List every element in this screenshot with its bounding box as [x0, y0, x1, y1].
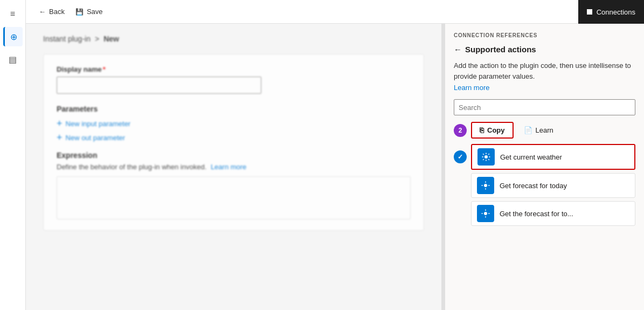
- new-input-param-link[interactable]: + New input parameter: [57, 119, 411, 128]
- action-item-row-1: ✓: [454, 144, 635, 170]
- expression-desc: Define the behavior of the plug-in when …: [57, 163, 411, 171]
- badge-2: 2: [454, 124, 467, 137]
- copy-label: Copy: [487, 126, 505, 134]
- save-button[interactable]: 💾 Save: [71, 5, 107, 18]
- menu-icon[interactable]: ≡: [3, 4, 23, 24]
- main-area: ← Back 💾 Save Connections Instant plug-i…: [26, 0, 644, 310]
- svg-line-7: [488, 154, 489, 155]
- check-icon: ✓: [458, 153, 463, 161]
- svg-line-8: [483, 159, 484, 160]
- plus-icon-1: +: [57, 119, 63, 128]
- right-panel-content: CONNECTION REFERENCES ← Supported action…: [445, 24, 644, 310]
- actions-row: 2 ⎘ Copy 📄 Learn: [454, 122, 635, 139]
- parameters-title: Parameters: [57, 105, 411, 113]
- parameters-section: Parameters + New input parameter + New o…: [57, 105, 411, 142]
- weather-icon-2: [477, 177, 494, 194]
- expression-title: Expression: [57, 151, 411, 160]
- breadcrumb: Instant plug-in > New: [43, 35, 424, 43]
- save-label: Save: [87, 8, 103, 16]
- action-label-1: Get current weather: [500, 153, 562, 161]
- copy-icon: ⎘: [480, 126, 484, 134]
- svg-line-6: [488, 159, 489, 160]
- back-label: Back: [49, 8, 65, 16]
- plugin-icon[interactable]: ⊕: [3, 27, 23, 46]
- plus-icon-2: +: [57, 133, 63, 142]
- svg-point-0: [484, 155, 488, 159]
- code-editor[interactable]: [57, 176, 411, 219]
- back-button[interactable]: ← Back: [34, 5, 69, 18]
- breadcrumb-current: New: [103, 35, 119, 43]
- display-name-field: Display name*: [57, 65, 411, 94]
- back-arrow-icon: ←: [39, 8, 46, 16]
- save-icon: 💾: [75, 8, 84, 16]
- connections-tab-label: Connections: [597, 8, 635, 16]
- learn-icon: 📄: [524, 126, 532, 134]
- connections-tab[interactable]: Connections: [578, 0, 644, 24]
- action-label-2: Get forecast for today: [500, 182, 567, 190]
- badge-1: ✓: [454, 150, 467, 163]
- weather-icon-3: [477, 205, 494, 222]
- sidebar: ≡ ⊕ ▤: [0, 0, 26, 310]
- right-panel: CONNECTION REFERENCES ← Supported action…: [445, 24, 644, 310]
- display-name-label: Display name*: [57, 65, 411, 73]
- action-item-get-forecast-today[interactable]: Get forecast for today: [471, 173, 635, 198]
- copy-button[interactable]: ⎘ Copy: [471, 122, 514, 139]
- back-link[interactable]: ← Supported actions: [454, 45, 635, 54]
- top-bar: ← Back 💾 Save Connections: [26, 0, 644, 24]
- expression-learn-more-link[interactable]: Learn more: [211, 163, 246, 171]
- search-input[interactable]: [454, 99, 635, 115]
- learn-label: Learn: [536, 126, 553, 134]
- required-star: *: [103, 65, 106, 73]
- form-panel: Instant plug-in > New Display name* Para…: [26, 24, 441, 310]
- svg-point-9: [484, 184, 487, 187]
- svg-point-14: [484, 212, 487, 215]
- form-card: Display name* Parameters + New input par…: [43, 54, 424, 231]
- breadcrumb-separator: >: [95, 35, 99, 43]
- action-item-get-current-weather[interactable]: Get current weather: [471, 144, 635, 170]
- action-item-get-forecast-to[interactable]: Get the forecast for to...: [471, 201, 635, 226]
- back-arrow-right-icon: ←: [454, 45, 462, 54]
- panel-description: Add the action to the plugin code, then …: [454, 60, 635, 81]
- new-out-param-link[interactable]: + New out parameter: [57, 133, 411, 142]
- action-item-row-3: Get the forecast for to...: [454, 201, 635, 226]
- svg-line-5: [483, 154, 484, 155]
- breadcrumb-parent: Instant plug-in: [43, 35, 91, 43]
- section-label: CONNECTION REFERENCES: [454, 32, 635, 38]
- panel-learn-more-link[interactable]: Learn more: [454, 84, 635, 92]
- weather-icon-1: [477, 148, 495, 166]
- action-label-3: Get the forecast for to...: [500, 210, 573, 218]
- display-name-input[interactable]: [57, 77, 261, 94]
- learn-button[interactable]: 📄 Learn: [518, 122, 559, 138]
- action-item-row-2: Get forecast for today: [454, 173, 635, 198]
- connections-dot-icon: [587, 9, 592, 15]
- expression-section: Expression Define the behavior of the pl…: [57, 151, 411, 219]
- layers-icon[interactable]: ▤: [3, 50, 23, 69]
- content-body: Instant plug-in > New Display name* Para…: [26, 24, 644, 310]
